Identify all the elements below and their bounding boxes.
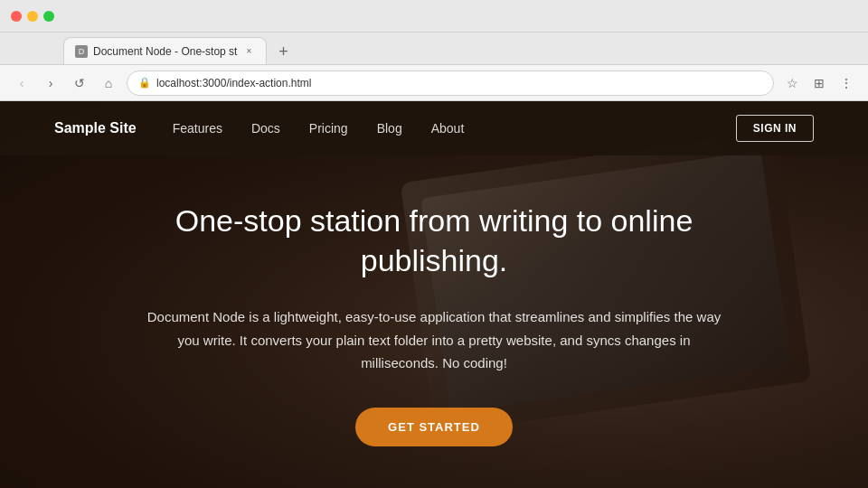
nav-brand: Sample Site bbox=[54, 120, 137, 136]
get-started-button[interactable]: GET STARTED bbox=[355, 408, 513, 446]
nav-link-pricing[interactable]: Pricing bbox=[309, 121, 348, 136]
menu-button[interactable]: ⋮ bbox=[835, 72, 857, 94]
address-bar[interactable]: 🔒 localhost:3000/index-action.html bbox=[127, 70, 774, 96]
browser-toolbar: ‹ › ↺ ⌂ 🔒 localhost:3000/index-action.ht… bbox=[0, 65, 868, 101]
navbar: Sample Site Features Docs Pricing Blog A… bbox=[0, 101, 868, 155]
home-button[interactable]: ⌂ bbox=[98, 72, 119, 94]
bookmark-button[interactable]: ☆ bbox=[781, 72, 803, 94]
lock-icon: 🔒 bbox=[138, 77, 151, 89]
nav-link-about[interactable]: About bbox=[431, 121, 465, 136]
back-button[interactable]: ‹ bbox=[11, 72, 33, 94]
nav-link-features[interactable]: Features bbox=[173, 121, 222, 136]
traffic-lights bbox=[11, 11, 54, 22]
tab-favicon: D bbox=[75, 45, 88, 58]
extensions-button[interactable]: ⊞ bbox=[808, 72, 830, 94]
nav-link-docs[interactable]: Docs bbox=[251, 121, 280, 136]
maximize-traffic-light[interactable] bbox=[43, 11, 54, 22]
active-tab[interactable]: D Document Node - One-stop st × bbox=[63, 37, 267, 64]
website-content: Sample Site Features Docs Pricing Blog A… bbox=[0, 101, 868, 488]
hero-section: One-stop station from writing to online … bbox=[0, 155, 868, 446]
browser-window: D Document Node - One-stop st × + ‹ › ↺ … bbox=[0, 0, 868, 488]
browser-titlebar bbox=[0, 0, 868, 33]
minimize-traffic-light[interactable] bbox=[27, 11, 38, 22]
toolbar-actions: ☆ ⊞ ⋮ bbox=[781, 72, 857, 94]
hero-title: One-stop station from writing to online … bbox=[108, 201, 760, 280]
signin-button[interactable]: SIGN IN bbox=[736, 115, 814, 142]
nav-link-blog[interactable]: Blog bbox=[377, 121, 402, 136]
url-text: localhost:3000/index-action.html bbox=[156, 77, 311, 89]
tab-close-button[interactable]: × bbox=[242, 45, 255, 58]
tab-bar: D Document Node - One-stop st × + bbox=[0, 33, 868, 65]
forward-button[interactable]: › bbox=[40, 72, 61, 94]
reload-button[interactable]: ↺ bbox=[69, 72, 90, 94]
tab-title: Document Node - One-stop st bbox=[93, 45, 237, 58]
hero-description: Document Node is a lightweight, easy-to-… bbox=[145, 305, 723, 375]
nav-links: Features Docs Pricing Blog About bbox=[173, 121, 736, 136]
new-tab-button[interactable]: + bbox=[270, 39, 296, 64]
close-traffic-light[interactable] bbox=[11, 11, 22, 22]
